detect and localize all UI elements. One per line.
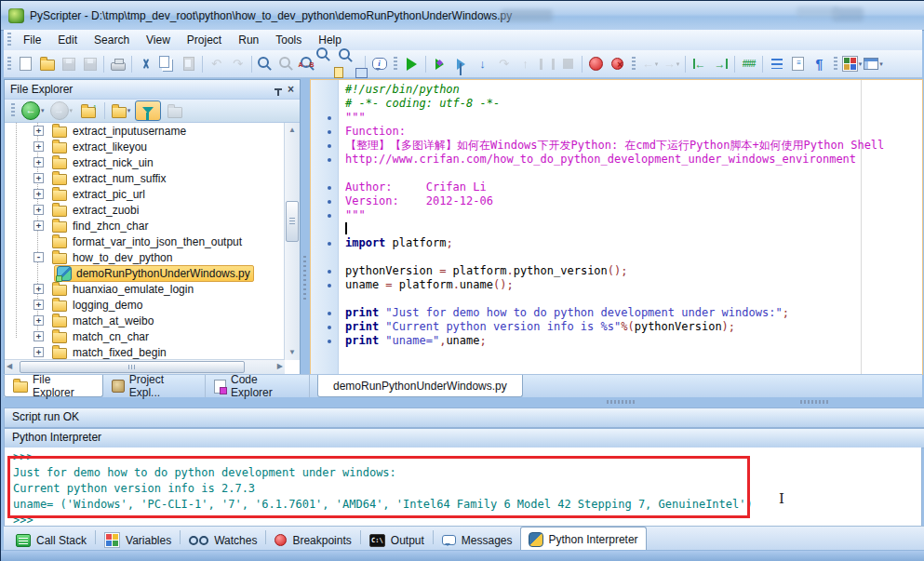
run-to-cursor-button[interactable] bbox=[450, 53, 472, 75]
code-template-button[interactable]: ≡ bbox=[787, 53, 809, 75]
tree-expand-toggle[interactable]: + bbox=[33, 141, 44, 152]
scrollbar-thumb[interactable] bbox=[286, 201, 299, 242]
panel-tab-file-explorer[interactable]: File Explorer bbox=[4, 375, 103, 397]
indent-button[interactable]: → bbox=[710, 53, 731, 75]
tree-item[interactable]: +logging_demo bbox=[5, 297, 285, 313]
fx-folder-view-button[interactable]: ▾ bbox=[109, 101, 133, 120]
fx-up-folder-button[interactable]: ↑ bbox=[76, 101, 100, 120]
panel-tab-project-expl-[interactable]: Project Expl... bbox=[103, 375, 206, 397]
interpreter-header[interactable]: Python Interpreter bbox=[4, 428, 924, 448]
panel-tab-code-explorer[interactable]: Code Explorer bbox=[206, 375, 310, 397]
code-line[interactable] bbox=[311, 292, 922, 306]
tree-item[interactable]: +match_at_weibo bbox=[5, 313, 285, 328]
code-line[interactable]: """ bbox=[311, 208, 922, 222]
find-in-files-button[interactable] bbox=[319, 53, 341, 75]
print-button[interactable] bbox=[107, 53, 128, 75]
tree-item[interactable]: +find_zhcn_char bbox=[5, 218, 285, 234]
cut-button[interactable] bbox=[135, 53, 156, 75]
code-line[interactable] bbox=[311, 222, 922, 236]
tree-item[interactable]: +extract_likeyou bbox=[5, 139, 285, 154]
menu-item-run[interactable]: Run bbox=[230, 31, 267, 49]
toolbar-grip[interactable] bbox=[7, 57, 11, 72]
tree-expand-toggle[interactable]: + bbox=[33, 220, 44, 231]
code-lines[interactable]: #!/usr/bin/python# -*- coding: utf-8 -*-… bbox=[311, 83, 922, 348]
toolbar-grip[interactable] bbox=[834, 57, 837, 72]
code-line[interactable]: print "uname=",uname; bbox=[311, 334, 922, 348]
tree-item[interactable]: +match_fixed_begin bbox=[5, 344, 285, 360]
menu-item-project[interactable]: Project bbox=[179, 31, 230, 49]
tree-item[interactable]: +extract_zuobi bbox=[5, 202, 285, 218]
code-line[interactable] bbox=[311, 167, 922, 180]
layouts-button[interactable]: ▾ bbox=[863, 53, 884, 75]
pin-icon[interactable] bbox=[275, 88, 282, 90]
dock-tab-output[interactable]: C:\Output bbox=[362, 529, 432, 551]
code-line[interactable]: print "Current python version info is %s… bbox=[311, 320, 922, 334]
python-interpreter-console[interactable]: >>>Just for demo how to do python develo… bbox=[4, 447, 922, 526]
find-button[interactable] bbox=[255, 53, 276, 75]
code-line[interactable]: http://www.crifan.com/how_to_do_python_d… bbox=[311, 153, 922, 167]
code-line[interactable]: print "Just for demo how to do python de… bbox=[311, 306, 922, 320]
debug-button[interactable] bbox=[429, 53, 450, 75]
tree-item[interactable]: +huanxiao_emulate_login bbox=[5, 281, 285, 297]
menu-item-help[interactable]: Help bbox=[310, 31, 350, 49]
scroll-down-icon[interactable]: ▼ bbox=[285, 346, 300, 359]
dock-tab-call-stack[interactable]: Call Stack bbox=[8, 529, 94, 551]
tree-expand-toggle[interactable]: + bbox=[33, 331, 44, 341]
tree-expand-toggle[interactable]: + bbox=[33, 173, 44, 183]
tree-expand-toggle[interactable]: + bbox=[33, 347, 44, 357]
menu-item-file[interactable]: File bbox=[15, 31, 49, 49]
toolbar-grip[interactable] bbox=[11, 103, 15, 118]
tree-item[interactable]: demoRunPythonUnderWindows.py bbox=[5, 265, 285, 281]
todo-list-button[interactable] bbox=[766, 53, 787, 75]
special-chars-button[interactable]: ¶ bbox=[809, 53, 830, 75]
code-line[interactable]: Function: bbox=[311, 125, 922, 139]
toolbar-grip[interactable] bbox=[632, 57, 636, 72]
clear-breakpoints-button[interactable]: × bbox=[607, 53, 628, 75]
code-line[interactable]: uname = platform.uname(); bbox=[311, 278, 922, 292]
tree-expand-toggle[interactable]: + bbox=[33, 157, 44, 167]
scroll-left-icon[interactable]: ◀ bbox=[7, 360, 12, 373]
browse-button[interactable] bbox=[341, 53, 362, 75]
scroll-up-icon[interactable]: ▲ bbox=[285, 124, 300, 137]
menu-item-search[interactable]: Search bbox=[86, 31, 138, 49]
code-line[interactable]: """ bbox=[311, 111, 922, 125]
tree-expand-toggle[interactable]: + bbox=[33, 315, 44, 326]
dock-tab-breakpoints[interactable]: Breakpoints bbox=[267, 529, 358, 551]
tree-expand-toggle[interactable]: + bbox=[33, 300, 44, 310]
panel-splitter[interactable] bbox=[300, 79, 309, 373]
tree-item[interactable]: +extract_inputusername bbox=[5, 123, 285, 139]
toolbar-grip[interactable] bbox=[394, 57, 397, 72]
tree-expand-toggle[interactable]: + bbox=[33, 284, 44, 294]
code-line[interactable]: # -*- coding: utf-8 -*- bbox=[311, 97, 922, 111]
editor-options-button[interactable]: ▾ bbox=[841, 53, 863, 75]
new-file-button[interactable] bbox=[15, 53, 36, 75]
tree-vertical-scrollbar[interactable]: ▲ ▼ bbox=[284, 123, 300, 360]
toggle-breakpoint-button[interactable] bbox=[585, 53, 607, 75]
dock-tab-watches[interactable]: Watches bbox=[181, 529, 264, 551]
tree-item[interactable]: -how_to_dev_python bbox=[5, 249, 285, 265]
unindent-button[interactable]: ← bbox=[689, 53, 710, 75]
code-line[interactable]: 【整理】【多图详解】如何在Windows下开发Python: 在cmd下运行Py… bbox=[311, 139, 922, 153]
tree-expand-toggle[interactable]: + bbox=[33, 189, 44, 199]
replace-button[interactable]: A→B bbox=[298, 53, 319, 75]
step-into-button[interactable]: ↓ bbox=[472, 53, 493, 75]
scrollbar-thumb[interactable] bbox=[20, 361, 245, 373]
menu-item-edit[interactable]: Edit bbox=[49, 31, 86, 49]
copy-button[interactable] bbox=[156, 53, 178, 75]
dock-tab-variables[interactable]: Variables bbox=[97, 529, 179, 551]
tree-item[interactable]: +extract_nick_uin bbox=[5, 154, 285, 170]
tree-item[interactable]: +match_cn_char bbox=[5, 328, 285, 344]
tree-expand-toggle[interactable]: + bbox=[33, 126, 44, 136]
syntax-check-button[interactable]: i bbox=[368, 53, 390, 75]
tree-expand-toggle[interactable]: - bbox=[33, 252, 44, 262]
code-editor[interactable]: #!/usr/bin/python# -*- coding: utf-8 -*-… bbox=[310, 79, 923, 375]
title-bar[interactable]: PyScripter - D:\tmp\tmp_dev_root\python\… bbox=[1, 1, 924, 31]
open-file-button[interactable] bbox=[36, 53, 58, 75]
fx-back-button[interactable]: ←▾ bbox=[20, 101, 47, 120]
code-line[interactable]: Author: Crifan Li bbox=[311, 180, 922, 194]
dock-tab-python-interpreter[interactable]: Python Interpreter bbox=[520, 527, 647, 551]
tree-item[interactable]: format_var_into_json_then_output bbox=[5, 234, 285, 249]
code-line[interactable] bbox=[311, 250, 922, 264]
menu-item-tools[interactable]: Tools bbox=[267, 31, 310, 49]
tree-item[interactable]: +extract_pic_url bbox=[5, 186, 285, 202]
